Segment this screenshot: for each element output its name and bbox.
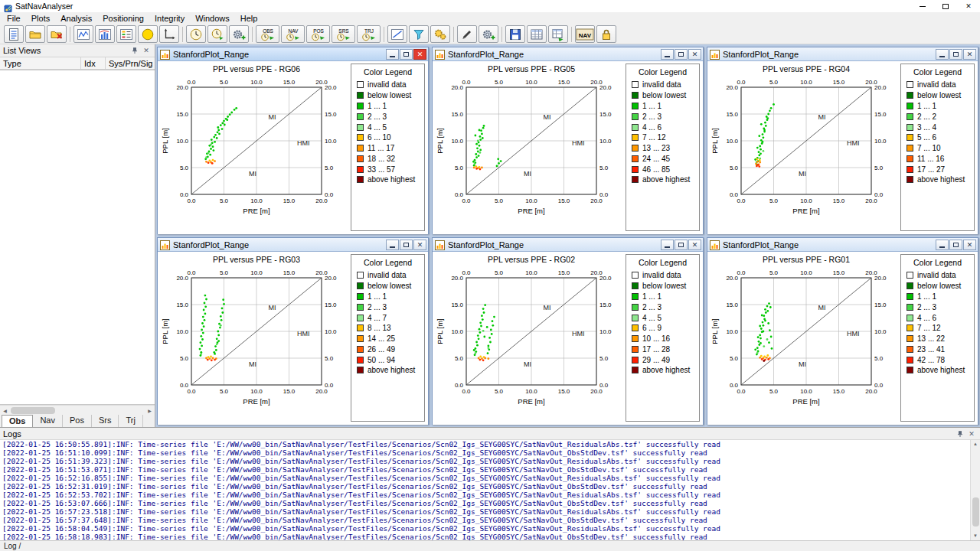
stanford-plot-canvas[interactable]: PPL versus PPE - RG050.00.00.00.05.05.05… — [433, 61, 624, 222]
window-minimize-button[interactable] — [936, 49, 949, 60]
menu-positioning[interactable]: Positioning — [97, 12, 149, 24]
column-header-idx[interactable]: Idx — [81, 57, 106, 69]
window-maximize-button[interactable] — [675, 240, 688, 250]
window-minimize-button[interactable] — [661, 240, 674, 250]
window-maximize-button[interactable] — [949, 49, 962, 60]
window-maximize-button[interactable] — [675, 49, 688, 60]
new-settings-button[interactable] — [479, 25, 498, 43]
close-panel-icon[interactable]: ✕ — [141, 46, 152, 56]
scroll-down-icon[interactable]: ▼ — [971, 532, 980, 540]
menu-analysis[interactable]: Analysis — [55, 12, 97, 24]
window-minimize-button[interactable] — [386, 240, 399, 250]
column-header-type[interactable]: Type — [0, 57, 81, 69]
horizontal-scrollbar[interactable]: ◀ ▶ — [0, 405, 155, 415]
time-window-button[interactable] — [186, 25, 206, 43]
skyplot-button[interactable] — [138, 25, 158, 43]
table-view-button[interactable] — [527, 25, 547, 43]
trj-series-button[interactable]: TRJ — [357, 25, 381, 43]
legend-swatch — [906, 367, 913, 373]
menu-integrity[interactable]: Integrity — [149, 12, 190, 24]
window-close-button[interactable]: ✕ — [688, 49, 701, 60]
scroll-left-icon[interactable]: ◀ — [0, 408, 10, 413]
line-plot-button[interactable] — [387, 25, 407, 43]
srs-series-button[interactable]: SRS — [332, 25, 355, 43]
scroll-right-icon[interactable]: ▶ — [145, 408, 155, 413]
minimize-button[interactable] — [911, 0, 934, 12]
window-close-button[interactable]: ✕ — [963, 240, 976, 250]
window-close-button[interactable]: ✕ — [963, 49, 976, 60]
window-titlebar[interactable]: StanfordPlot_Range✕ — [707, 238, 978, 252]
legend-label: invalid data — [642, 80, 681, 89]
edit-button[interactable] — [457, 25, 477, 43]
stanford-plot-canvas[interactable]: PPL versus PPE - RG040.00.00.00.05.05.05… — [707, 61, 899, 222]
window-close-button[interactable]: ✕ — [413, 49, 426, 60]
window-maximize-button[interactable] — [400, 49, 413, 60]
pin-icon[interactable] — [955, 429, 965, 439]
tab-obs[interactable]: Obs — [2, 415, 33, 427]
maximize-button[interactable] — [934, 0, 957, 12]
stanford-plot-canvas[interactable]: PPL versus PPE - RG020.00.00.00.05.05.05… — [433, 252, 624, 412]
window-titlebar[interactable]: StanfordPlot_Range✕ — [707, 47, 978, 61]
menu-help[interactable]: Help — [235, 12, 263, 24]
time-cursor-button[interactable] — [207, 25, 227, 43]
open-file-button[interactable] — [25, 25, 45, 43]
legend-entry: 1 ... 1 — [351, 101, 424, 112]
window-minimize-button[interactable] — [936, 240, 949, 250]
tab-nav[interactable]: Nav — [33, 415, 63, 427]
legend-swatch — [357, 103, 364, 109]
tab-srs[interactable]: Srs — [92, 415, 119, 427]
close-file-button[interactable] — [47, 25, 67, 43]
nav-mode-button[interactable]: NAV — [575, 25, 595, 43]
window-maximize-button[interactable] — [400, 240, 413, 250]
pos-series-button[interactable]: POS — [306, 25, 330, 43]
close-button[interactable]: ✕ — [957, 0, 980, 12]
window-close-button[interactable]: ✕ — [688, 240, 701, 250]
stanford-plot-canvas[interactable]: PPL versus PPE - RG030.00.00.00.05.05.05… — [158, 252, 349, 412]
logs-scrollbar[interactable]: ▲ ▼ — [970, 440, 980, 540]
obs-series-button[interactable]: OBS — [256, 25, 279, 43]
prn-plot-button[interactable] — [95, 25, 115, 43]
close-panel-icon[interactable]: ✕ — [966, 429, 977, 439]
add-settings-button[interactable] — [229, 25, 249, 43]
window-titlebar[interactable]: StanfordPlot_Range✕ — [433, 47, 703, 61]
tab-log[interactable]: Log / — [4, 542, 21, 550]
menu-plots[interactable]: Plots — [26, 12, 55, 24]
menu-file[interactable]: File — [2, 12, 26, 24]
column-header-sys-prn-sig[interactable]: Sys/Prn/Sig — [106, 57, 155, 69]
tab-pos[interactable]: Pos — [63, 415, 92, 427]
legend-entry: 11 ... 17 — [351, 143, 424, 154]
list-view-button[interactable] — [4, 25, 24, 43]
nav-series-button[interactable]: NAV — [281, 25, 305, 43]
svg-text:10.0: 10.0 — [525, 269, 537, 276]
window-titlebar[interactable]: StanfordPlot_Range✕ — [158, 238, 428, 252]
window-titlebar[interactable]: StanfordPlot_Range✕ — [433, 238, 703, 252]
select-plot-button[interactable] — [116, 25, 136, 43]
window-minimize-button[interactable] — [661, 49, 674, 60]
svg-text:20.0: 20.0 — [590, 388, 603, 395]
window-titlebar[interactable]: StanfordPlot_Range✕ — [158, 47, 428, 61]
save-table-button[interactable] — [505, 25, 525, 43]
tab-trj[interactable]: Trj — [119, 415, 142, 427]
time-series-plot-button[interactable] — [74, 25, 93, 43]
filter-button[interactable] — [409, 25, 429, 43]
window-maximize-button[interactable] — [949, 240, 962, 250]
legend-entry: 4 ... 6 — [901, 312, 974, 323]
export-table-button[interactable] — [548, 25, 568, 43]
lock-button[interactable] — [596, 25, 616, 43]
process-settings-button[interactable] — [430, 25, 450, 43]
svg-text:HMI: HMI — [847, 139, 860, 147]
legend-label: 10 ... 16 — [642, 334, 670, 343]
scrollbar-thumb[interactable] — [972, 497, 979, 527]
window-close-button[interactable]: ✕ — [413, 240, 426, 250]
list-views-body[interactable] — [0, 70, 155, 405]
scrollbar-thumb[interactable] — [11, 407, 55, 414]
axes-plot-button[interactable] — [159, 25, 179, 43]
stanford-plot-canvas[interactable]: PPL versus PPE - RG060.00.00.00.05.05.05… — [158, 61, 349, 222]
legend-label: 46 ... 85 — [642, 165, 670, 174]
svg-text:0.0: 0.0 — [455, 382, 464, 389]
pin-icon[interactable] — [129, 46, 140, 56]
scroll-up-icon[interactable]: ▲ — [971, 440, 980, 448]
window-minimize-button[interactable] — [386, 49, 399, 60]
stanford-plot-canvas[interactable]: PPL versus PPE - RG010.00.00.00.05.05.05… — [707, 252, 899, 412]
menu-windows[interactable]: Windows — [190, 12, 235, 24]
